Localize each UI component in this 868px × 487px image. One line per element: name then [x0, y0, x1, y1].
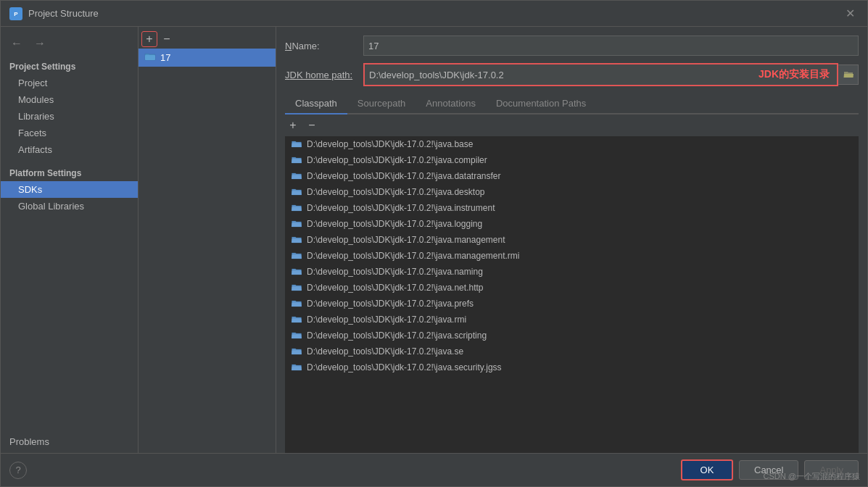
- jdk-path-input[interactable]: [365, 64, 751, 85]
- ok-button[interactable]: OK: [681, 459, 733, 480]
- help-button[interactable]: ?: [9, 462, 27, 479]
- classpath-item-folder-icon: [291, 298, 302, 309]
- classpath-list-item[interactable]: D:\develop_tools\JDK\jdk-17.0.2!\java.ma…: [285, 232, 859, 248]
- classpath-item-path: D:\develop_tools\JDK\jdk-17.0.2!\java.de…: [307, 187, 484, 197]
- classpath-item-path: D:\develop_tools\JDK\jdk-17.0.2!\java.co…: [307, 155, 487, 165]
- classpath-item-path: D:\develop_tools\JDK\jdk-17.0.2!\java.ba…: [307, 139, 473, 149]
- classpath-list-item[interactable]: D:\develop_tools\JDK\jdk-17.0.2!\java.sc…: [285, 328, 859, 344]
- sidebar-item-libraries[interactable]: Libraries: [1, 108, 138, 125]
- classpath-list-item[interactable]: D:\develop_tools\JDK\jdk-17.0.2!\java.lo…: [285, 216, 859, 232]
- classpath-item-path: D:\develop_tools\JDK\jdk-17.0.2!\java.da…: [307, 171, 500, 181]
- jdk-field-row: JDK home path: JDK的安装目录: [285, 63, 859, 86]
- jdk-annotation: JDK的安装目录: [751, 68, 837, 81]
- jdk-browse-button[interactable]: [838, 64, 859, 85]
- sidebar-item-modules[interactable]: Modules: [1, 91, 138, 108]
- sidebar: ← → Project Settings Project Modules Lib…: [1, 27, 139, 453]
- tab-documentation[interactable]: Documentation Paths: [486, 93, 596, 115]
- sdk-toolbar: + −: [139, 30, 276, 49]
- sdk-list-panel: + − 17: [139, 27, 276, 453]
- classpath-item-path: D:\develop_tools\JDK\jdk-17.0.2!\java.sc…: [307, 330, 487, 341]
- classpath-item-folder-icon: [291, 330, 302, 341]
- sdk-add-button[interactable]: +: [141, 31, 157, 47]
- main-content: ← → Project Settings Project Modules Lib…: [1, 27, 867, 453]
- classpath-list-item[interactable]: D:\develop_tools\JDK\jdk-17.0.2!\java.ba…: [285, 136, 859, 152]
- classpath-item-folder-icon: [291, 362, 302, 373]
- classpath-list-item[interactable]: D:\develop_tools\JDK\jdk-17.0.2!\java.se: [285, 344, 859, 359]
- sidebar-item-artifacts[interactable]: Artifacts: [1, 141, 138, 158]
- tab-classpath[interactable]: Classpath: [285, 93, 347, 115]
- classpath-item-folder-icon: [291, 234, 302, 246]
- jdk-input-container: JDK的安装目录: [363, 63, 838, 86]
- classpath-item-path: D:\develop_tools\JDK\jdk-17.0.2!\java.rm…: [307, 315, 466, 325]
- classpath-item-folder-icon: [291, 266, 302, 278]
- sidebar-item-problems[interactable]: Problems: [1, 430, 138, 453]
- sidebar-item-project[interactable]: Project: [1, 75, 138, 91]
- tabs-row: Classpath Sourcepath Annotations Documen…: [285, 93, 859, 115]
- classpath-item-path: D:\develop_tools\JDK\jdk-17.0.2!\java.se: [307, 346, 463, 357]
- classpath-list-item[interactable]: D:\develop_tools\JDK\jdk-17.0.2!\java.in…: [285, 200, 859, 216]
- sidebar-item-facets[interactable]: Facets: [1, 125, 138, 141]
- classpath-item-folder-icon: [291, 154, 302, 166]
- dialog-footer: ? OK Cancel Apply: [1, 453, 867, 486]
- folder-open-icon: [843, 70, 853, 80]
- classpath-item-folder-icon: [291, 170, 302, 182]
- app-icon: P: [9, 7, 22, 20]
- classpath-item-path: D:\develop_tools\JDK\jdk-17.0.2!\java.lo…: [307, 219, 482, 229]
- sidebar-item-sdks[interactable]: SDKs: [1, 181, 138, 198]
- right-panel: NName: JDK home path: JDK的安装目录: [276, 27, 867, 453]
- classpath-list-item[interactable]: D:\develop_tools\JDK\jdk-17.0.2!\java.pr…: [285, 296, 859, 312]
- platform-settings-header: Platform Settings: [1, 164, 138, 181]
- classpath-list-item[interactable]: D:\develop_tools\JDK\jdk-17.0.2!\java.na…: [285, 264, 859, 280]
- classpath-list-item[interactable]: D:\develop_tools\JDK\jdk-17.0.2!\java.se…: [285, 359, 859, 375]
- title-bar-text: Project Structure: [28, 8, 99, 19]
- jdk-label: JDK home path:: [285, 70, 357, 80]
- classpath-remove-button[interactable]: −: [304, 117, 320, 133]
- name-input[interactable]: [363, 36, 859, 56]
- tab-annotations[interactable]: Annotations: [416, 93, 486, 115]
- cancel-button[interactable]: Cancel: [739, 460, 798, 480]
- close-button[interactable]: ✕: [841, 5, 859, 22]
- classpath-item-path: D:\develop_tools\JDK\jdk-17.0.2!\java.pr…: [307, 299, 474, 309]
- sidebar-item-global-libraries[interactable]: Global Libraries: [1, 198, 138, 215]
- classpath-list-item[interactable]: D:\develop_tools\JDK\jdk-17.0.2!\java.rm…: [285, 312, 859, 328]
- classpath-item-folder-icon: [291, 346, 302, 357]
- forward-button[interactable]: →: [30, 36, 50, 51]
- project-settings-header: Project Settings: [1, 57, 138, 75]
- classpath-item-folder-icon: [291, 250, 302, 262]
- classpath-list[interactable]: D:\develop_tools\JDK\jdk-17.0.2!\java.ba…: [285, 136, 859, 453]
- classpath-item-path: D:\develop_tools\JDK\jdk-17.0.2!\java.ma…: [307, 251, 519, 261]
- classpath-item-folder-icon: [291, 218, 302, 230]
- classpath-list-item[interactable]: D:\develop_tools\JDK\jdk-17.0.2!\java.de…: [285, 184, 859, 200]
- classpath-item-folder-icon: [291, 138, 302, 150]
- classpath-add-button[interactable]: +: [285, 117, 301, 133]
- classpath-item-path: D:\develop_tools\JDK\jdk-17.0.2!\java.in…: [307, 203, 495, 213]
- classpath-item-path: D:\develop_tools\JDK\jdk-17.0.2!\java.ne…: [307, 283, 483, 293]
- classpath-item-path: D:\develop_tools\JDK\jdk-17.0.2!\java.na…: [307, 267, 483, 277]
- name-label: NName:: [285, 41, 357, 51]
- classpath-toolbar: + −: [285, 115, 859, 136]
- sdk-folder-icon: [144, 51, 156, 64]
- classpath-item-folder-icon: [291, 282, 302, 294]
- classpath-list-item[interactable]: D:\develop_tools\JDK\jdk-17.0.2!\java.ma…: [285, 248, 859, 264]
- back-button[interactable]: ←: [7, 36, 27, 51]
- classpath-list-item[interactable]: D:\develop_tools\JDK\jdk-17.0.2!\java.co…: [285, 152, 859, 168]
- sdk-item-label: 17: [160, 52, 170, 63]
- sdk-item-17[interactable]: 17: [139, 49, 276, 67]
- title-bar: P Project Structure ✕: [1, 1, 867, 27]
- classpath-item-folder-icon: [291, 202, 302, 214]
- nav-buttons: ← →: [1, 33, 138, 57]
- sdk-remove-button[interactable]: −: [159, 31, 175, 47]
- project-structure-dialog: P Project Structure ✕ ← → Project Settin…: [0, 0, 868, 487]
- classpath-list-item[interactable]: D:\develop_tools\JDK\jdk-17.0.2!\java.da…: [285, 168, 859, 184]
- classpath-item-folder-icon: [291, 186, 302, 198]
- svg-rect-2: [145, 55, 155, 60]
- svg-text:P: P: [14, 11, 18, 17]
- classpath-list-item[interactable]: D:\develop_tools\JDK\jdk-17.0.2!\java.ne…: [285, 280, 859, 296]
- tab-sourcepath[interactable]: Sourcepath: [347, 93, 416, 115]
- classpath-item-folder-icon: [291, 314, 302, 325]
- classpath-item-path: D:\develop_tools\JDK\jdk-17.0.2!\java.ma…: [307, 235, 505, 245]
- classpath-item-path: D:\develop_tools\JDK\jdk-17.0.2!\java.se…: [307, 362, 502, 372]
- name-field-row: NName:: [285, 36, 859, 56]
- apply-button[interactable]: Apply: [804, 460, 859, 480]
